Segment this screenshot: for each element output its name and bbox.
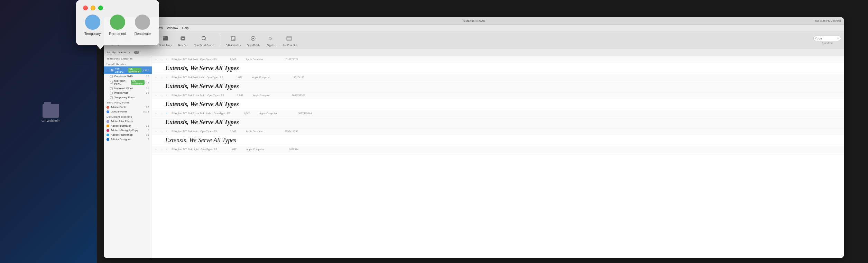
menu-window[interactable]: Window [167,26,178,30]
library-item-adobe-fonts[interactable]: Adobe Fonts 83 [104,105,152,109]
font-row-5[interactable]: ○ ☆ i Ellington MT Std Italic OpenType -… [152,128,844,135]
row-type-5: OpenType - PS [200,130,228,133]
row-company-6: Apple Computer [246,148,274,151]
sort-field[interactable]: Name [118,51,126,54]
font-row-6[interactable]: ○ ☆ i Ellington MT Std Light OpenType - … [152,146,844,153]
font-library-name: Font Library [115,67,127,73]
library-item-walton[interactable]: Walton WB 20 [104,91,152,95]
row-size-1: 1,047 [230,58,244,61]
checkbox-walton[interactable] [110,92,113,94]
edit-attributes-icon [228,34,238,43]
affinity-icon [107,138,109,141]
ae-icon [107,120,109,123]
permanent-option[interactable]: Permanent [109,15,126,36]
row-star-4[interactable]: ☆ [160,112,164,115]
row-meta-6: Ellington MT Std Light [172,148,198,151]
row-info-1[interactable]: i [166,58,169,61]
library-item-google-fonts[interactable]: Google Fonts 3033 [104,109,152,114]
checkbox-ms-pow[interactable] [110,81,113,84]
row-check-3: ○ [155,94,158,97]
row-check-4: ○ [155,112,158,115]
row-meta-1: Ellington MT Std Bold [172,58,198,61]
library-item-after-effects[interactable]: Adobe After Effects [104,119,152,124]
adobe-fonts-count: 83 [146,106,149,109]
library-item-indesign[interactable]: Adobe InDesign/InCopy 6 [104,128,152,133]
deactivate-option[interactable]: Deactivate [135,15,151,36]
quickmatch-button[interactable]: QuickMatch [245,34,262,46]
camtasia-name: Camtasia 2019 [114,75,133,78]
row-type-4: OpenType - PS [214,112,241,115]
library-item-microsoft-word[interactable]: Microsoft Word 25 [104,86,152,91]
row-star-6[interactable]: ☆ [160,148,164,151]
ms-word-name: Microsoft Word [114,87,133,90]
indesign-count: 6 [148,129,149,132]
library-item-microsoft-pow[interactable]: Microsoft Pow... GT-Walsheim 22 [104,79,152,86]
row-star-1[interactable]: ☆ [160,58,164,61]
row-company-1: Apple Computer [246,58,274,61]
walton-count: 20 [146,91,149,94]
font-row-3[interactable]: ○ ☆ i Ellington MT Std Extra Bold OpenTy… [152,92,844,99]
font-preview-row-2: Extensis, We Serve All Types [152,81,844,92]
checkbox-ms-word[interactable] [110,87,113,90]
minimize-button[interactable] [91,6,95,10]
new-set-button[interactable]: New Set [176,34,190,46]
close-button[interactable] [83,6,88,10]
row-star-3[interactable]: ☆ [160,94,164,97]
library-item-temp-fonts[interactable]: Temporary Fonts [104,95,152,100]
svg-rect-21 [111,70,112,70]
row-info-3[interactable]: i [166,94,169,97]
row-id-4: 3697485844 [289,112,312,115]
check-circle-icon [107,69,109,72]
checkbox-camtasia[interactable] [110,75,113,78]
maximize-button[interactable] [98,6,103,10]
font-preview-2: Extensis, We Serve All Types [165,83,239,90]
folder-label: GT-Walsheim [41,119,60,123]
ps-name: Adobe Photoshop [111,133,133,136]
new-library-icon [160,34,170,43]
font-row-4[interactable]: ○ ☆ i Ellington MT Std Extra Bold Italic… [152,110,844,117]
new-smart-search-button[interactable]: New Smart Search [192,34,216,46]
edit-attributes-label: Edit Attributes [226,44,241,46]
edit-attributes-button[interactable]: Edit Attributes [224,34,243,46]
library-item-affinity[interactable]: Affinity Designer 2 [104,137,152,142]
library-item-font-library[interactable]: Font Library GT-Walsheim 4260 [104,66,152,74]
library-item-illustrator[interactable]: Adobe Illustrator 93 [104,124,152,128]
row-type-1: OpenType - PS [200,58,228,61]
quickfind-clear[interactable]: ✕ [837,37,839,40]
row-info-2[interactable]: i [166,76,169,79]
row-company-3: Apple Computer [253,94,281,97]
row-id-3: 3669758364 [283,94,305,97]
permanent-circle [110,15,125,30]
row-size-3: 1,047 [237,94,251,97]
svg-line-18 [817,39,818,40]
row-star-5[interactable]: ☆ [160,130,164,133]
font-preview-4: Extensis, We Serve All Types [165,119,239,126]
row-size-4: 1,047 [243,112,257,115]
desktop-folder[interactable]: GT-Walsheim [41,104,60,123]
svg-marker-19 [129,52,130,53]
row-star-2[interactable]: ☆ [160,76,164,79]
row-info-5[interactable]: i [166,130,169,133]
quickfind-input[interactable]: GT ✕ [813,36,841,41]
app-title: Suitcase Fusion [463,19,485,23]
font-row-2[interactable]: ○ ☆ i Ellington MT Std Bold Italic OpenT… [152,74,844,81]
checkbox-temp[interactable] [110,96,113,99]
google-fonts-count: 3033 [143,110,149,113]
row-info-4[interactable]: i [166,112,169,115]
library-panel: TeamSync Libraries Local Libraries Font … [104,56,152,258]
menu-help[interactable]: Help [182,26,189,30]
library-item-photoshop[interactable]: Adobe Photoshop 13 [104,133,152,137]
glyphs-button[interactable]: Ω Glyphs [264,34,278,46]
font-preview-row-1: Extensis, We Serve All Types [152,63,844,74]
row-check-6: ○ [155,148,158,151]
font-row[interactable]: ○ ☆ i Ellington MT Std Bold OpenType - P… [152,56,844,63]
hide-font-list-icon [284,34,294,43]
hide-font-list-button[interactable]: Hide Font List [280,34,299,46]
new-library-button[interactable]: New Library [157,34,174,46]
row-info-6[interactable]: i [166,148,169,151]
third-party-label: Third-Party Fonts [104,100,152,105]
svg-rect-14 [287,36,292,40]
new-set-label: New Set [178,44,187,46]
library-item-camtasia[interactable]: Camtasia 2019 15 [104,74,152,79]
temporary-option[interactable]: Temporary [84,15,101,36]
